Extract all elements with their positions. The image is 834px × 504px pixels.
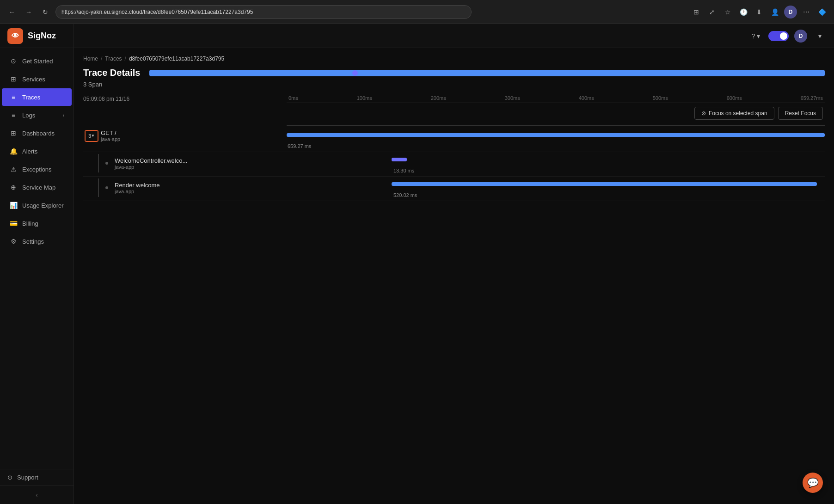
span-service-child1: java-app (115, 164, 187, 170)
timeline-label-col: 05:09:08 pm 11/16 (83, 95, 287, 102)
chat-bubble-button[interactable]: 💬 (803, 473, 823, 493)
table-row: Render welcome java-app 520.02 ms (83, 177, 825, 201)
browser-actions: ⊞ ⤢ ☆ 🕐 ⬇ 👤 D ⋯ 🔷 (690, 6, 828, 18)
user-menu-button[interactable]: ▾ (813, 29, 827, 43)
timeline-divider (83, 125, 825, 126)
sidebar-collapse-button[interactable]: ‹ (0, 486, 74, 504)
ruler-600ms: 600ms (727, 95, 742, 101)
span-name-child2[interactable]: Render welcome (115, 182, 160, 189)
back-button[interactable]: ← (6, 6, 18, 18)
span-dot-2 (105, 186, 108, 189)
page-content: Home / Traces / d8fee0765079efe11acab172… (74, 48, 834, 504)
span-duration-root: 659.27 ms (288, 143, 311, 149)
span-duration-child1: 13.30 ms (393, 168, 414, 173)
user-avatar-topbar[interactable]: D (794, 30, 807, 43)
history-button[interactable]: 🕐 (737, 6, 750, 18)
sidebar-label-services: Services (22, 76, 45, 83)
zoom-button[interactable]: ⤢ (705, 6, 718, 18)
span-info-child1: WelcomeController.welco... java-app (83, 154, 287, 172)
ruler-500ms: 500ms (653, 95, 668, 101)
table-row: 3 ▼ GET / java-app 659.27 ms (83, 128, 825, 152)
sidebar-label-alerts: Alerts (22, 148, 37, 155)
download-button[interactable]: ⬇ (753, 6, 766, 18)
help-button[interactable]: ? ▾ (749, 29, 763, 43)
span-bar-child1 (392, 158, 407, 161)
traces-icon: ≡ (9, 93, 18, 101)
sidebar-item-usage-explorer[interactable]: 📊 Usage Explorer (2, 197, 72, 214)
service-map-icon: ⊕ (9, 183, 18, 191)
url-bar[interactable]: https://aojo-yakn.eu.signoz.cloud/trace/… (55, 5, 472, 19)
settings-icon: ⚙ (9, 237, 18, 246)
theme-toggle[interactable] (768, 31, 789, 41)
span-bar-area-child1: 13.30 ms (287, 154, 825, 174)
refresh-button[interactable]: ↻ (39, 6, 52, 18)
breadcrumb-traces[interactable]: Traces (105, 55, 122, 62)
span-name-col-child2: Render welcome java-app (115, 182, 160, 194)
ruler-end: 659.27ms (801, 95, 823, 101)
ruler-0ms: 0ms (288, 95, 298, 101)
sidebar-item-settings[interactable]: ⚙ Settings (2, 233, 72, 250)
timestamp-label: 05:09:08 pm 11/16 (83, 94, 129, 104)
table-row: WelcomeController.welco... java-app 13.3… (83, 152, 825, 177)
span-name-root[interactable]: GET / (101, 129, 120, 136)
breadcrumb-home[interactable]: Home (83, 55, 98, 62)
focus-selected-span-button[interactable]: ⊘ Focus on selected span (694, 107, 774, 120)
sidebar-support[interactable]: ⊙ Support (0, 469, 74, 486)
sidebar-item-exceptions[interactable]: ⚠ Exceptions (2, 160, 72, 178)
forward-button[interactable]: → (22, 6, 35, 18)
sidebar-item-dashboards[interactable]: ⊞ Dashboards (2, 124, 72, 142)
profile-button[interactable]: 👤 (768, 6, 781, 18)
sidebar-item-logs[interactable]: ≡ Logs › (2, 106, 72, 124)
sidebar-item-services[interactable]: ⊞ Services (2, 70, 72, 88)
breadcrumb-sep1: / (101, 55, 102, 62)
span-service-root: java-app (101, 136, 120, 142)
extension-icon[interactable]: 🔷 (816, 6, 828, 18)
user-avatar[interactable]: D (784, 6, 797, 18)
services-icon: ⊞ (9, 75, 18, 83)
sidebar: 👁 SigNoz ⊙ Get Started ⊞ Services ≡ Trac… (0, 24, 74, 504)
span-duration-child2: 520.02 ms (393, 192, 417, 198)
collapse-icon: ‹ (36, 492, 37, 498)
sidebar-nav: ⊙ Get Started ⊞ Services ≡ Traces ≡ Logs… (0, 48, 74, 469)
span-expand-button[interactable]: 3 ▼ (85, 130, 98, 141)
sidebar-label-dashboards: Dashboards (22, 130, 55, 137)
reset-btn-label: Reset Focus (785, 110, 816, 117)
span-name-col-child1: WelcomeController.welco... java-app (115, 157, 187, 170)
sidebar-item-get-started[interactable]: ⊙ Get Started (2, 52, 72, 70)
ruler-300ms: 300ms (505, 95, 520, 101)
logs-icon: ≡ (9, 111, 18, 119)
top-bar: 👁 SigNoz (0, 24, 74, 48)
span-info-root: 3 ▼ GET / java-app (83, 129, 287, 142)
trace-bar-marker (352, 70, 358, 76)
exceptions-icon: ⚠ (9, 165, 18, 173)
breadcrumb: Home / Traces / d8fee0765079efe11acab172… (83, 55, 825, 62)
breadcrumb-trace-id: d8fee0765079efe11acab17227a3d795 (129, 55, 224, 62)
trace-header: Trace Details (83, 68, 825, 78)
logs-arrow-icon: › (63, 113, 64, 118)
span-info-child2: Render welcome java-app (83, 178, 287, 197)
menu-button[interactable]: ⋯ (800, 6, 813, 18)
sidebar-item-billing[interactable]: 💳 Billing (2, 215, 72, 232)
main-content: ? ▾ D ▾ Home / Traces / d8fee0765079efe1… (74, 24, 834, 504)
span-service-child2: java-app (115, 189, 160, 194)
sidebar-item-traces[interactable]: ≡ Traces (2, 88, 72, 106)
span-connector-1 (98, 154, 99, 172)
span-name-child1[interactable]: WelcomeController.welco... (115, 157, 187, 164)
usage-explorer-icon: 📊 (9, 201, 18, 209)
logo-area: 👁 SigNoz (7, 28, 66, 44)
sidebar-label-logs: Logs (22, 112, 35, 119)
sidebar-item-service-map[interactable]: ⊕ Service Map (2, 178, 72, 196)
trace-bar-fill (149, 70, 825, 76)
sidebar-item-alerts[interactable]: 🔔 Alerts (2, 142, 72, 160)
star-button[interactable]: ☆ (721, 6, 734, 18)
span-bar-child2 (392, 182, 817, 186)
alerts-icon: 🔔 (9, 147, 18, 155)
sidebar-label-billing: Billing (22, 220, 38, 227)
filter-icon: ⊘ (701, 110, 706, 117)
extensions-button[interactable]: ⊞ (690, 6, 703, 18)
reset-focus-button[interactable]: Reset Focus (778, 107, 823, 120)
expand-arrow-icon: ▼ (91, 134, 95, 138)
spans-container: 3 ▼ GET / java-app 659.27 ms (83, 128, 825, 201)
sidebar-label-traces: Traces (22, 94, 40, 101)
trace-title: Trace Details (83, 68, 140, 78)
